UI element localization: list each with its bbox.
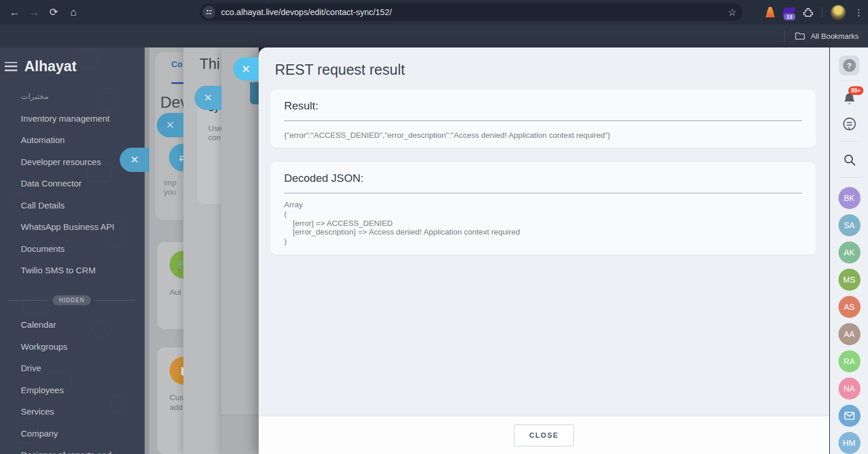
sidebar-item-services[interactable]: Services	[21, 407, 139, 416]
sidebar-item-drive[interactable]: Drive	[21, 363, 139, 372]
slider-close-icon[interactable]: ✕	[157, 113, 183, 137]
result-section: Result: {"error":"ACCESS_DENIED","error_…	[270, 90, 816, 148]
sidebar-item-automation[interactable]: Automation	[21, 135, 139, 144]
mail-avatar[interactable]	[838, 405, 860, 427]
card-label: Cus add	[170, 393, 183, 412]
sidebar-item-calendar[interactable]: Calendar	[21, 320, 139, 329]
tab-common[interactable]: Co	[171, 60, 182, 69]
user-avatar-sa[interactable]: SA	[838, 214, 860, 236]
sidebar-item-twilio-sms-to-crm[interactable]: Twilio SMS to CRM	[21, 265, 139, 274]
card-label: Aut	[170, 287, 181, 297]
sidebar-item-whatsapp-business-api[interactable]: WhatsApp Business API	[21, 222, 139, 231]
sidebar-item-workgroups[interactable]: Workgroups	[21, 342, 139, 351]
result-body: {"error":"ACCESS_DENIED","error_descript…	[284, 131, 802, 140]
reload-icon[interactable]: ⟳	[44, 2, 64, 22]
decoded-heading: Decoded JSON:	[284, 172, 802, 185]
sidebar-item-designer-of-reports-and[interactable]: Designer of reports and	[21, 450, 139, 454]
search-button[interactable]	[838, 148, 861, 171]
search-icon	[843, 153, 856, 166]
user-avatar-bk[interactable]: BK	[838, 187, 860, 209]
sidebar: Alhayat مختبراتInventory managementAutom…	[0, 47, 145, 454]
all-bookmarks-label[interactable]: All Bookmarks	[811, 32, 859, 41]
bookmarks-folder-icon[interactable]	[795, 32, 805, 40]
hidden-section-divider: HIDDEN	[8, 295, 135, 305]
extension-badge: 13	[783, 13, 796, 21]
sidebar-menu-hidden: CalendarWorkgroupsDriveEmployeesServices…	[21, 320, 139, 454]
sidebar-item-inventory-management[interactable]: Inventory management	[21, 114, 139, 123]
panel-heading: Thi	[200, 56, 220, 72]
user-avatar-aa[interactable]: AA	[838, 323, 860, 345]
modal-title: REST request result	[275, 61, 405, 78]
brand-title[interactable]: Alhayat	[24, 58, 76, 75]
decoded-body: Array ( [error] => ACCESS_DENIED [error_…	[284, 200, 802, 246]
notifications-button[interactable]: 99+	[838, 87, 861, 110]
rail-divider	[840, 141, 859, 142]
bookmarks-bar: All Bookmarks	[0, 24, 868, 47]
bookmark-star-icon[interactable]: ☆	[728, 6, 737, 19]
slider-close-icon[interactable]: ✕	[194, 86, 222, 110]
browser-menu-icon[interactable]: ⋮	[854, 7, 863, 18]
slider-close-icon[interactable]: ✕	[120, 148, 149, 172]
sidebar-item-data-connector[interactable]: Data Connector	[21, 178, 139, 188]
forward-icon[interactable]: →	[24, 2, 44, 22]
url-text[interactable]: cco.alhayat.live/devops/edit/contact-syn…	[221, 8, 728, 17]
slider-backdrop-strip	[145, 47, 149, 454]
user-avatar-as[interactable]: AS	[838, 296, 860, 318]
modal-footer: CLOSE	[259, 416, 829, 454]
panel-footer	[222, 415, 259, 454]
user-avatar-hm[interactable]: HM	[838, 432, 860, 454]
rest-result-modal: ✕ REST request result Result: {"error":"…	[259, 47, 829, 454]
extension-hydrant-icon[interactable]	[766, 7, 775, 17]
help-icon: ?	[843, 59, 856, 72]
home-icon[interactable]: ⌂	[64, 2, 83, 22]
import-text: Imp you	[164, 178, 176, 197]
messenger-button[interactable]	[838, 112, 861, 135]
user-avatar-ms[interactable]: MS	[838, 269, 860, 291]
slider-panel-developer: ✕ Co Dev ⇄ Imp you 🛒 Aut ▮ Cus add	[149, 47, 183, 454]
sidebar-item-call-details[interactable]: Call Details	[21, 200, 139, 210]
slider-panel-rest: ✕	[222, 47, 259, 454]
chat-icon	[842, 116, 857, 131]
screen: ← → ⟳ ⌂ cco.alhayat.live/devops/edit/con…	[0, 0, 868, 454]
panel-fragment	[250, 82, 259, 104]
extensions-puzzle-icon[interactable]	[803, 7, 814, 18]
modal-close-icon[interactable]: ✕	[233, 57, 259, 80]
section-rule	[284, 193, 802, 193]
close-button[interactable]: CLOSE	[514, 424, 573, 446]
menu-toggle-icon[interactable]	[5, 62, 17, 71]
back-icon[interactable]: ←	[5, 2, 24, 22]
site-info-icon[interactable]	[203, 6, 215, 19]
sidebar-item-documents[interactable]: Documents	[21, 244, 139, 253]
sidebar-menu: مختبراتInventory managementAutomationDev…	[21, 91, 139, 287]
hidden-badge: HIDDEN	[53, 295, 91, 305]
decoded-json-section: Decoded JSON: Array ( [error] => ACCESS_…	[270, 162, 816, 255]
section-rule	[284, 120, 802, 121]
rail-divider	[840, 80, 859, 81]
right-rail: ? 99+ BKSAAKMSASAARANAHM	[830, 47, 868, 454]
toolbar-divider	[822, 7, 822, 17]
extension-purple-icon[interactable]: 13	[782, 8, 795, 17]
result-heading: Result:	[284, 100, 802, 112]
rail-divider	[840, 177, 859, 178]
sidebar-item-مختبرات[interactable]: مختبرات	[21, 91, 139, 101]
help-button[interactable]: ?	[839, 56, 859, 75]
user-avatar-ra[interactable]: RA	[838, 350, 860, 372]
mail-icon	[844, 412, 855, 420]
bookmarks-divider	[784, 31, 785, 41]
sidebar-item-employees[interactable]: Employees	[21, 385, 139, 394]
recent-users-list: BKSAAKMSASAARANAHM	[838, 187, 860, 454]
address-bar[interactable]: cco.alhayat.live/devops/edit/contact-syn…	[200, 3, 742, 21]
browser-profile-avatar[interactable]	[830, 5, 846, 20]
browser-toolbar: ← → ⟳ ⌂ cco.alhayat.live/devops/edit/con…	[0, 0, 868, 24]
user-avatar-ak[interactable]: AK	[838, 241, 860, 263]
notification-badge: 99+	[848, 86, 864, 95]
sidebar-item-company[interactable]: Company	[21, 429, 139, 438]
user-avatar-na[interactable]: NA	[838, 378, 860, 400]
